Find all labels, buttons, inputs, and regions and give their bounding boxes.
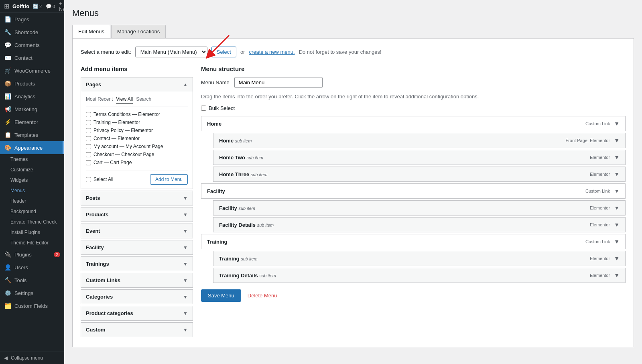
sidebar-item-comments[interactable]: 💬 Comments xyxy=(0,39,64,51)
sidebar-item-customize[interactable]: Customize xyxy=(0,165,64,175)
sidebar-item-header[interactable]: Header xyxy=(0,196,64,206)
accordion-posts: Posts ▼ xyxy=(81,191,193,205)
accordion-facility-header[interactable]: Facility ▼ xyxy=(81,240,193,254)
sidebar-label-marketing: Marketing xyxy=(14,106,37,112)
save-menu-button[interactable]: Save Menu xyxy=(201,289,241,302)
menu-sub-home-expand[interactable]: ▼ xyxy=(614,137,620,144)
sidebar-item-install-plugins[interactable]: Install Plugins xyxy=(0,227,64,238)
sidebar-item-custom-fields[interactable]: 🗂️ Custom Fields xyxy=(0,299,64,312)
bulk-select-checkbox[interactable] xyxy=(201,106,206,111)
accordion-product-categories-header[interactable]: Product categories ▼ xyxy=(81,306,193,320)
page-label-terms: Terms Conditions — Elementor xyxy=(93,112,160,117)
add-to-menu-button[interactable]: Add to Menu xyxy=(150,174,188,185)
page-label-privacy: Privacy Policy — Elementor xyxy=(93,128,153,133)
sidebar-item-envato[interactable]: Envato Theme Check xyxy=(0,217,64,227)
select-all-checkbox[interactable] xyxy=(86,177,91,182)
sidebar-item-plugins[interactable]: 🔌 Plugins 2 xyxy=(0,248,64,261)
sidebar-item-settings[interactable]: ⚙️ Settings xyxy=(0,287,64,299)
menu-sub-home-two-expand[interactable]: ▼ xyxy=(614,154,620,161)
wp-logo-icon: ⊞ xyxy=(4,2,9,10)
sidebar-item-analytics[interactable]: 📊 Analytics xyxy=(0,90,64,103)
page-checkbox-terms[interactable] xyxy=(86,112,91,117)
menu-sub-item-home-three[interactable]: Home Three sub item Elementor ▼ xyxy=(213,167,626,182)
accordion-custom-label: Custom xyxy=(86,327,105,333)
pages-subtabs: Most Recent View All Search xyxy=(86,96,188,106)
page-checkbox-myaccount[interactable] xyxy=(86,144,91,149)
menu-sub-item-facility[interactable]: Facility sub item Elementor ▼ xyxy=(213,200,626,216)
menu-item-home-expand[interactable]: ▼ xyxy=(614,120,620,127)
new-item-btn[interactable]: + New xyxy=(59,1,64,12)
menu-sub-training-expand[interactable]: ▼ xyxy=(614,255,620,262)
sidebar-item-elementor[interactable]: ⚡ Elementor xyxy=(0,116,64,128)
accordion-categories-header[interactable]: Categories ▼ xyxy=(81,290,193,304)
sidebar-item-widgets[interactable]: Widgets xyxy=(0,175,64,185)
page-checkbox-contact[interactable] xyxy=(86,136,91,141)
accordion-posts-header[interactable]: Posts ▼ xyxy=(81,191,193,205)
accordion-trainings-header[interactable]: Trainings ▼ xyxy=(81,257,193,271)
accordion-pages-header[interactable]: Pages ▲ xyxy=(81,77,193,92)
delete-menu-button[interactable]: Delete Menu xyxy=(248,293,277,299)
menu-item-training[interactable]: Training Custom Link ▼ xyxy=(201,234,626,249)
accordion-event-header[interactable]: Event ▼ xyxy=(81,224,193,238)
accordion-custom-links-header[interactable]: Custom Links ▼ xyxy=(81,273,193,287)
subtab-most-recent[interactable]: Most Recent xyxy=(86,96,113,104)
menu-item-facility[interactable]: Facility Custom Link ▼ xyxy=(201,183,626,199)
sidebar-item-tools[interactable]: 🔨 Tools xyxy=(0,274,64,287)
sidebar-item-woocommerce[interactable]: 🛒 WooCommerce xyxy=(0,64,64,77)
sidebar-label-plugins: Plugins xyxy=(14,252,32,258)
sidebar-item-shortcode[interactable]: 🔧 Shortcode xyxy=(0,26,64,39)
menu-sub-facility-details-expand[interactable]: ▼ xyxy=(614,222,620,228)
menu-sub-item-training-details[interactable]: Training Details sub item Elementor ▼ xyxy=(213,268,626,283)
menu-sub-home-three-expand[interactable]: ▼ xyxy=(614,171,620,177)
svg-line-1 xyxy=(209,35,229,55)
two-col-layout: Add menu items Pages ▲ Most Recent View … xyxy=(81,65,626,339)
menu-sub-home-three-badge: Elementor xyxy=(590,172,610,177)
select-all-label[interactable]: Select All xyxy=(86,177,113,182)
menu-sub-training-details-expand[interactable]: ▼ xyxy=(614,272,620,279)
sidebar-item-theme-file-editor[interactable]: Theme File Editor xyxy=(0,238,64,248)
collapse-menu-btn[interactable]: ◀ Collapse menu xyxy=(0,352,64,364)
sidebar-item-users[interactable]: 👤 Users xyxy=(0,261,64,274)
page-checkbox-checkout[interactable] xyxy=(86,152,91,157)
sidebar-item-contact[interactable]: ✉️ Contact xyxy=(0,51,64,64)
menu-sub-item-training[interactable]: Training sub item Elementor ▼ xyxy=(213,251,626,266)
page-checkbox-cart[interactable] xyxy=(86,160,91,165)
site-name[interactable]: Golftio xyxy=(12,3,29,9)
page-checkbox-training[interactable] xyxy=(86,120,91,125)
accordion-products-header[interactable]: Products ▼ xyxy=(81,207,193,222)
sidebar-item-templates[interactable]: 📋 Templates xyxy=(0,128,64,141)
menu-item-facility-expand[interactable]: ▼ xyxy=(614,188,620,194)
create-new-menu-link[interactable]: create a new menu. xyxy=(249,49,295,55)
page-checkbox-privacy[interactable] xyxy=(86,128,91,133)
menu-sub-item-home[interactable]: Home sub item Front Page, Elementor ▼ xyxy=(213,133,626,148)
sidebar: ⊞ Golftio 🔄 2 💬 0 + New 📄 Pages 🔧 Shortc… xyxy=(0,0,64,364)
menu-item-home[interactable]: Home Custom Link ▼ xyxy=(201,116,626,131)
menu-sub-training-details-right: Elementor ▼ xyxy=(590,272,620,279)
menu-sub-home-two-badge: Elementor xyxy=(590,155,610,160)
sidebar-item-marketing[interactable]: 📢 Marketing xyxy=(0,103,64,116)
accordion-custom-header[interactable]: Custom ▼ xyxy=(81,323,193,337)
tab-manage-locations[interactable]: Manage Locations xyxy=(111,25,166,38)
menu-select[interactable]: Main Menu (Main Menu) Secondary Menu Foo… xyxy=(135,47,207,57)
comments-icon[interactable]: 💬 0 xyxy=(46,4,55,9)
sidebar-item-pages[interactable]: 📄 Pages xyxy=(0,13,64,26)
menu-name-input[interactable] xyxy=(234,77,323,88)
sidebar-item-products[interactable]: 📦 Products xyxy=(0,77,64,90)
menu-sub-home-badge: Front Page, Elementor xyxy=(565,138,610,143)
menu-item-training-expand[interactable]: ▼ xyxy=(614,238,620,245)
select-menu-label: Select a menu to edit: xyxy=(81,49,131,55)
sidebar-item-menus[interactable]: Menus xyxy=(0,185,64,196)
accordion-trainings: Trainings ▼ xyxy=(81,256,193,271)
subtab-search[interactable]: Search xyxy=(136,96,151,104)
sidebar-item-themes[interactable]: Themes xyxy=(0,154,64,165)
sidebar-item-background[interactable]: Background xyxy=(0,206,64,217)
menu-sub-item-home-two[interactable]: Home Two sub item Elementor ▼ xyxy=(213,150,626,165)
sidebar-item-appearance[interactable]: 🎨 Appearance xyxy=(0,141,64,154)
menu-sub-training-badge: Elementor xyxy=(590,256,610,261)
accordion-pages-label: Pages xyxy=(86,81,101,87)
menu-sub-item-facility-details[interactable]: Facility Details sub item Elementor ▼ xyxy=(213,217,626,232)
tab-edit-menus[interactable]: Edit Menus xyxy=(72,25,110,38)
updates-icon[interactable]: 🔄 2 xyxy=(33,4,42,9)
subtab-view-all[interactable]: View All xyxy=(116,96,133,104)
menu-sub-facility-expand[interactable]: ▼ xyxy=(614,205,620,211)
